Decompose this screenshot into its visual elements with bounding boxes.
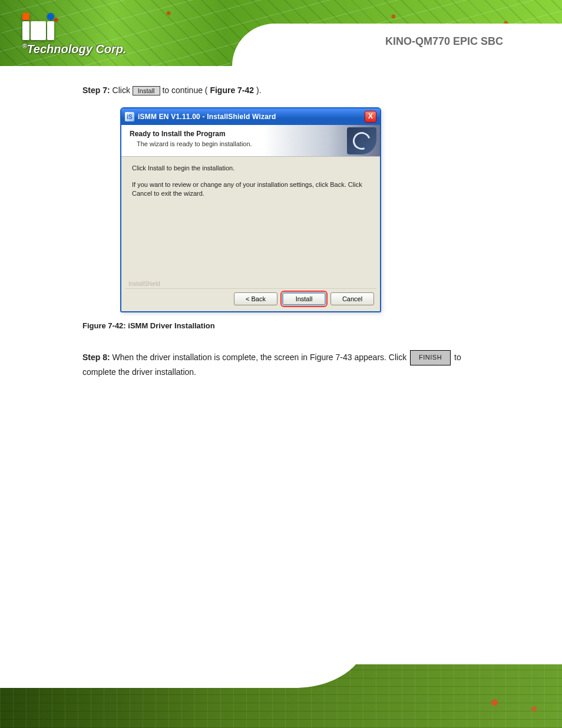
dialog-title: iSMM EN V1.11.00 - InstallShield Wizard [138, 113, 365, 121]
dialog-body: Click Install to begin the installation.… [121, 157, 380, 281]
installer-icon: iS [125, 112, 134, 121]
logo-mark [22, 13, 127, 40]
dialog-header-sub: The wizard is ready to begin installatio… [130, 140, 372, 147]
dialog-header: Ready to Install the Program The wizard … [121, 125, 380, 157]
footer-banner [0, 664, 562, 728]
install-button[interactable]: Install [282, 292, 326, 305]
step8-label: Step 8: [82, 353, 110, 362]
back-button[interactable]: < Back [234, 292, 277, 305]
installshield-brand: InstallShield [125, 281, 376, 289]
dialog-body-line1: Click Install to begin the installation. [132, 164, 369, 172]
footer-curve [0, 664, 365, 688]
dialog-footer: < Back Install Cancel [121, 289, 380, 311]
step7-fig-ref: Figure 7-42 [210, 85, 254, 95]
cancel-button[interactable]: Cancel [330, 292, 374, 305]
step7-text-before: Click [113, 85, 133, 95]
figure-caption: Figure 7-42: iSMM Driver Installation [82, 321, 215, 330]
close-button[interactable]: X [365, 111, 376, 123]
doc-subtitle: KINO-QM770 EPIC SBC [385, 35, 503, 48]
step8-finish-label: FINISH [410, 350, 451, 365]
step7-label: Step 7: [82, 85, 110, 95]
titlebar[interactable]: iS iSMM EN V1.11.00 - InstallShield Wiza… [121, 108, 380, 125]
logo-text: ®Technology Corp. [22, 42, 127, 56]
dialog-header-title: Ready to Install the Program [130, 130, 372, 138]
install-dialog: iS iSMM EN V1.11.00 - InstallShield Wiza… [120, 107, 381, 312]
step8-text1: When the driver installation is complete… [113, 353, 407, 362]
installshield-graphic-icon [347, 127, 376, 154]
header-banner: ®Technology Corp. KINO-QM770 EPIC SBC [0, 0, 562, 66]
step7-text-after: ). [256, 85, 262, 95]
step7-install-label: Install [133, 86, 160, 95]
step7-line: Step 7: Click Install to continue ( Figu… [82, 85, 262, 95]
dialog-body-line2: If you want to review or change any of y… [132, 180, 369, 197]
step8-block: Step 8: When the driver installation is … [82, 350, 471, 378]
step7-text-middle: to continue ( [162, 85, 207, 95]
logo: ®Technology Corp. [22, 13, 127, 56]
